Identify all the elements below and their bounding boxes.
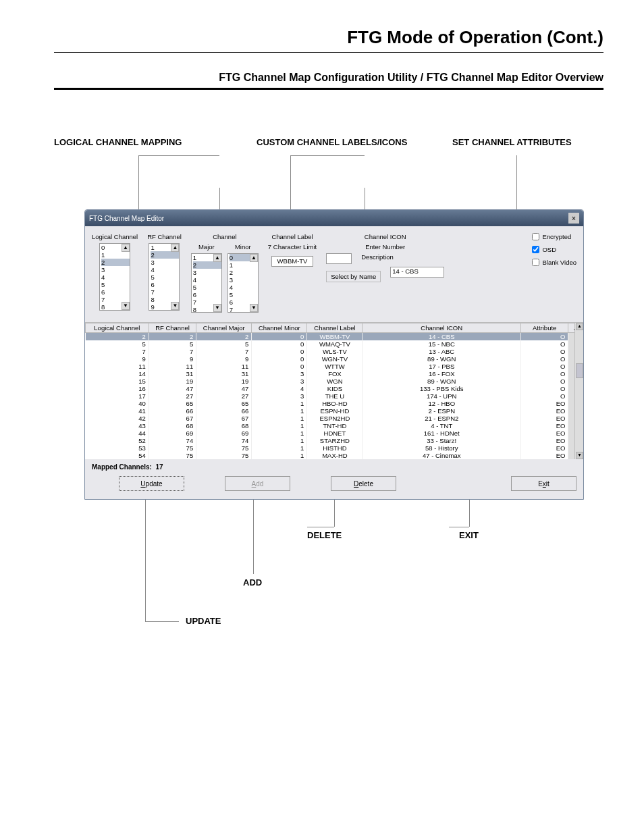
scroll-up-icon[interactable]: ▲ (122, 244, 130, 252)
table-row[interactable]: 4469691HDNET161 - HDNetEO (86, 429, 583, 437)
icon-number-input[interactable] (326, 253, 352, 264)
channel-label-input[interactable]: WBBM-TV (271, 256, 313, 267)
scroll-thumb[interactable] (576, 363, 583, 378)
table-row[interactable]: 7770WLS-TV13 - ABCO (86, 348, 583, 355)
region-label-logical: LOGICAL CHANNEL MAPPING (54, 137, 257, 147)
channel-table[interactable]: Logical ChannelRF ChannelChannel MajorCh… (85, 323, 583, 459)
table-row[interactable]: 5274741STARZHD33 - Starz!EO (86, 437, 583, 444)
column-header[interactable]: Channel Label (307, 323, 363, 333)
label: Logical Channel (92, 233, 138, 240)
column-header[interactable]: Attribute (521, 323, 568, 333)
channel-group: Channel Major ▲ 123456789 ▼ Minor ▲ (191, 233, 259, 313)
scroll-up-icon[interactable]: ▲ (250, 254, 258, 262)
scroll-up-icon[interactable]: ▲ (213, 254, 221, 262)
logical-channel-list[interactable]: ▲ 0123456789 ▼ (99, 243, 130, 311)
titlebar[interactable]: FTG Channel Map Editor × (85, 210, 583, 226)
label: Description (361, 253, 394, 261)
table-row[interactable]: 9990WGN-TV89 - WGNO (86, 355, 583, 363)
rf-channel-list[interactable]: ▲ 12345678910 ▼ (149, 243, 180, 311)
osd-checkbox[interactable]: OSD (532, 246, 556, 253)
label: Enter Number (365, 243, 405, 251)
window-title: FTG Channel Map Editor (89, 215, 164, 222)
column-header[interactable]: Channel ICON (363, 323, 521, 333)
scrollbar[interactable]: ▲ ▼ (574, 323, 583, 459)
label: Major (198, 243, 215, 251)
table-row[interactable]: 1727273THE U174 - UPNO (86, 392, 583, 400)
label: Channel ICON (365, 233, 406, 240)
logical-channel-group: Logical Channel ▲ 0123456789 ▼ (92, 233, 138, 313)
callout-exit: EXIT (459, 530, 479, 540)
label: Minor (235, 243, 251, 251)
scroll-down-icon[interactable]: ▼ (171, 302, 179, 310)
callout-lines: UPDATE ADD DELETE EXIT (84, 500, 603, 648)
table-row[interactable]: 4267671ESPN2HD21 - ESPN2EO (86, 415, 583, 422)
channel-icon-group: Channel ICON Enter Number Description Se… (326, 233, 444, 313)
table-row[interactable]: 1431313FOX16 - FOXO (86, 370, 583, 377)
column-header[interactable]: Channel Major (196, 323, 252, 333)
scroll-down-icon[interactable]: ▼ (122, 302, 130, 310)
callout-lines (84, 155, 603, 209)
column-header[interactable]: Logical Channel (86, 323, 149, 333)
region-label-attrs: SET CHANNEL ATTRIBUTES (452, 137, 572, 147)
table-row[interactable]: 4166661ESPN-HD2 - ESPNEO (86, 407, 583, 415)
select-by-name-button[interactable]: Select by Name (326, 271, 381, 282)
table-row[interactable]: 1519193WGN89 - WGNO (86, 377, 583, 385)
table-row[interactable]: 5475751MAX-HD47 - CinemaxEO (86, 452, 583, 459)
callout-delete: DELETE (307, 530, 342, 540)
blank-video-checkbox[interactable]: Blank Video (532, 259, 576, 266)
table-row[interactable]: 1111110WTTW17 - PBSO (86, 363, 583, 370)
callout-add: ADD (243, 577, 262, 588)
table-row[interactable]: 2220WBBM-TV14 - CBSO (86, 333, 583, 341)
region-label-custom: CUSTOM CHANNEL LABELS/ICONS (257, 137, 452, 147)
column-header[interactable]: Channel Minor (252, 323, 307, 333)
close-icon[interactable]: × (568, 213, 579, 224)
column-header[interactable]: RF Channel (149, 323, 196, 333)
encrypted-checkbox[interactable]: Encrypted (532, 233, 571, 240)
scroll-down-icon[interactable]: ▼ (250, 304, 258, 312)
table-row[interactable]: 5550WMAQ-TV15 - NBCO (86, 340, 583, 348)
page-title: FTG Mode of Operation (Cont.) (54, 27, 603, 48)
label: Channel Label (271, 233, 313, 240)
scroll-up-icon[interactable]: ▲ (576, 323, 583, 330)
divider (54, 88, 603, 90)
divider (54, 52, 603, 53)
attributes-group: Encrypted OSD Blank Video (532, 233, 576, 313)
table-row[interactable]: 1647474KIDS133 - PBS KidsO (86, 385, 583, 392)
exit-button[interactable]: Exit (511, 476, 576, 491)
scroll-down-icon[interactable]: ▼ (576, 452, 583, 459)
page-subtitle: FTG Channel Map Configuration Utility / … (54, 72, 603, 84)
table-row[interactable]: 4368681TNT-HD4 - TNTEO (86, 422, 583, 429)
callout-update: UPDATE (186, 616, 221, 626)
icon-select-input[interactable]: 14 - CBS (390, 267, 444, 278)
table-row[interactable]: 4065651HBO-HD12 - HBOEO (86, 400, 583, 407)
editor-window: FTG Channel Map Editor × Logical Channel… (84, 209, 584, 500)
label: RF Channel (147, 233, 182, 240)
scroll-down-icon[interactable]: ▼ (213, 304, 221, 312)
rf-channel-group: RF Channel ▲ 12345678910 ▼ (147, 233, 182, 313)
mapped-count-label: Mapped Channels: 17 (92, 463, 576, 471)
delete-button[interactable]: Delete (331, 476, 396, 491)
label: 7 Character Limit (268, 243, 317, 251)
scroll-up-icon[interactable]: ▲ (171, 244, 179, 252)
update-button[interactable]: Update (119, 476, 184, 491)
table-row[interactable]: 5375751HISTHD58 - HistoryEO (86, 444, 583, 452)
label: Channel (213, 233, 236, 240)
add-button[interactable]: Add (225, 476, 290, 491)
major-list[interactable]: ▲ 123456789 ▼ (191, 253, 222, 313)
minor-list[interactable]: ▲ 012345678 ▼ (227, 253, 259, 313)
channel-label-group: Channel Label 7 Character Limit WBBM-TV (268, 233, 317, 313)
